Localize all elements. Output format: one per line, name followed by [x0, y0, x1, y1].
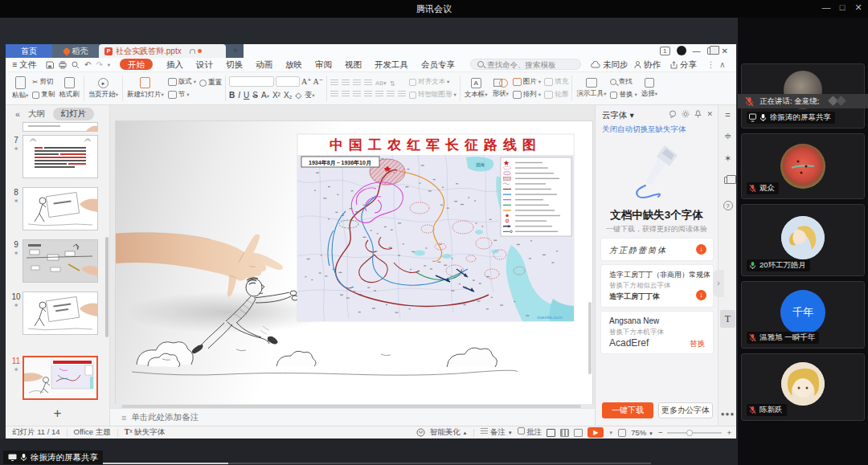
- play-current-button[interactable]: ▸ 当页开始▾: [86, 72, 121, 104]
- preview-icon[interactable]: [72, 61, 80, 69]
- undo-icon[interactable]: ↶: [84, 58, 91, 71]
- print-icon[interactable]: [59, 61, 67, 69]
- participant-tile[interactable]: 千年 温雅旭 一瞬千年: [741, 281, 865, 349]
- menu-transition[interactable]: 切换: [226, 58, 243, 71]
- section-button[interactable]: 节▾: [168, 90, 196, 100]
- comments-button[interactable]: 批注: [518, 427, 542, 438]
- download-all-button[interactable]: 一键下载: [602, 402, 653, 418]
- font-color-button[interactable]: A▾: [261, 91, 269, 100]
- select-button[interactable]: 选择▾: [639, 72, 660, 104]
- font-name-combo[interactable]: [229, 76, 274, 87]
- redo-icon[interactable]: ↷: [96, 58, 102, 71]
- panel-expand-arrow[interactable]: ›: [713, 270, 724, 297]
- beautify-button[interactable]: 智能美化 ▲: [430, 427, 468, 438]
- file-menu[interactable]: ≡ 文件: [12, 58, 36, 71]
- strip-more-icon[interactable]: ●●●: [719, 410, 737, 418]
- cloud-font-tab[interactable]: T: [720, 310, 735, 328]
- command-search[interactable]: 查找命令、搜索模板: [470, 59, 581, 70]
- align-text-button[interactable]: 对齐文本▾: [409, 77, 457, 87]
- share-button[interactable]: 分享: [670, 58, 697, 71]
- grow-font[interactable]: A⁺: [301, 77, 312, 86]
- menu-design[interactable]: 设计: [196, 58, 213, 71]
- font-card-1[interactable]: 方正静蕾简体 ↓: [601, 239, 713, 260]
- reading-view-icon[interactable]: [574, 429, 583, 437]
- format-painter-button[interactable]: 格式刷: [56, 72, 82, 104]
- menu-view[interactable]: 视图: [345, 58, 362, 71]
- zoom-slider[interactable]: [667, 432, 722, 434]
- shapes-button[interactable]: 形状▾: [490, 72, 511, 104]
- notes-button[interactable]: 备注 ▼: [481, 427, 512, 438]
- clear-format-button[interactable]: ◇: [295, 91, 301, 100]
- align-right-icon[interactable]: [353, 91, 361, 98]
- slide-thumb-7[interactable]: [23, 135, 98, 178]
- mirror-icon[interactable]: [719, 176, 737, 186]
- notes-bar[interactable]: ≡ 单击此处添加备注: [110, 408, 595, 426]
- line-spacing-icon[interactable]: [387, 91, 395, 98]
- align-left-icon[interactable]: [330, 91, 338, 98]
- wps-restore[interactable]: [707, 47, 715, 55]
- collapse-ribbon-icon[interactable]: ∧: [719, 58, 726, 71]
- slideshow-button[interactable]: ▶: [588, 427, 604, 438]
- replace-font-link[interactable]: 替换: [690, 339, 705, 349]
- download-font-icon[interactable]: ↓: [696, 244, 706, 255]
- wps-close[interactable]: ✕: [722, 47, 728, 55]
- download-font-icon[interactable]: ↓: [696, 290, 706, 300]
- subscript-button[interactable]: X₂: [284, 91, 293, 100]
- bullets-icon[interactable]: [330, 80, 338, 87]
- menu-start[interactable]: 开始: [120, 59, 153, 70]
- zoom-level[interactable]: 75% ▼: [631, 428, 653, 437]
- panel-scrollbar[interactable]: [105, 237, 108, 337]
- textbox-button[interactable]: A 文本框▾: [462, 72, 490, 104]
- more-fonts-button[interactable]: 更多办公字体: [658, 402, 713, 418]
- participant-tile[interactable]: 观众: [741, 133, 865, 199]
- editor-vscrollbar[interactable]: [588, 302, 592, 374]
- participant-tile[interactable]: 20环工万皓月: [741, 204, 865, 276]
- slide-thumb-8[interactable]: [23, 187, 98, 230]
- help-icon[interactable]: ?: [719, 200, 737, 210]
- slide-thumb-10[interactable]: [23, 292, 98, 335]
- superscript-button[interactable]: X²: [272, 91, 280, 100]
- smart-graphic-button[interactable]: 转智能图形▾: [409, 90, 457, 100]
- underline-button[interactable]: U: [244, 91, 249, 100]
- sort-icon[interactable]: ⇅: [390, 80, 395, 88]
- window-count[interactable]: 1: [660, 47, 670, 55]
- participant-tile[interactable]: 陈新跃: [741, 353, 865, 421]
- panel-close-icon[interactable]: ✕: [706, 110, 713, 118]
- close-button[interactable]: ✕: [852, 2, 865, 13]
- numbering-icon[interactable]: [342, 80, 350, 87]
- shrink-font[interactable]: A⁻: [313, 77, 324, 86]
- zoom-in[interactable]: +: [727, 428, 731, 437]
- paste-button[interactable]: 粘贴▾: [6, 72, 31, 104]
- presentation-tools-button[interactable]: 演示工具▾: [574, 72, 608, 104]
- slideshow-dropdown[interactable]: ▼: [608, 430, 613, 435]
- replace-button[interactable]: 替换▾: [610, 90, 637, 100]
- italic-button[interactable]: I: [238, 91, 240, 100]
- font-card-2[interactable]: 造字工房丁丁（非商用）常规体 替换下方相似云字体 造字工房丁丁体 ↓: [601, 265, 713, 307]
- maximize-button[interactable]: □: [836, 2, 849, 12]
- cut-button[interactable]: ✂ 剪切: [32, 77, 55, 87]
- menu-insert[interactable]: 插入: [166, 58, 183, 71]
- add-slide-button[interactable]: +: [6, 406, 109, 422]
- feedback-icon[interactable]: [669, 110, 677, 118]
- picture-button[interactable]: 图片▾: [513, 77, 541, 87]
- settings-icon[interactable]: [682, 110, 690, 118]
- quick-access-toolbar[interactable]: ↶ ↷ ▾: [46, 58, 110, 71]
- layout-button[interactable]: 版式▾: [168, 77, 196, 87]
- tab-slides[interactable]: 幻灯片: [53, 108, 95, 120]
- quickbar-more-icon[interactable]: ▾: [108, 58, 110, 71]
- bold-button[interactable]: B: [229, 91, 235, 100]
- indent-icon[interactable]: [364, 80, 372, 87]
- columns-icon[interactable]: [398, 91, 406, 98]
- align-center-icon[interactable]: [342, 91, 350, 98]
- wps-minimize[interactable]: —: [693, 47, 701, 55]
- slide-thumb-11[interactable]: [23, 356, 98, 400]
- menu-review[interactable]: 审阅: [315, 58, 332, 71]
- justify-icon[interactable]: [364, 91, 372, 98]
- tab-outline[interactable]: 大纲: [28, 108, 45, 120]
- fit-zoom-icon[interactable]: [618, 429, 626, 437]
- outline-button[interactable]: 轮廓: [544, 90, 568, 100]
- slide-thumb-9[interactable]: [23, 239, 98, 283]
- distribute-icon[interactable]: [375, 91, 383, 98]
- strip-handle-icon[interactable]: =: [719, 110, 737, 120]
- find-button[interactable]: 查找: [610, 77, 637, 87]
